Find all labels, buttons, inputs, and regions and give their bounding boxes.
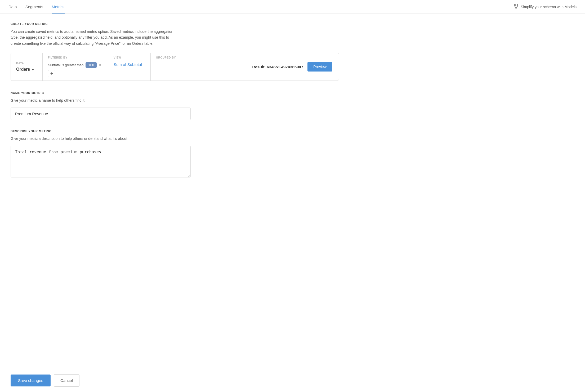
svg-rect-0: [514, 4, 516, 6]
describe-metric-description: Give your metric a description to help o…: [11, 136, 339, 141]
grouped-by-cell: GROUPED BY: [151, 53, 216, 81]
view-label: VIEW: [114, 56, 145, 59]
svg-rect-2: [515, 7, 517, 8]
filter-add-button[interactable]: +: [48, 70, 55, 77]
data-chevron-down-icon: [32, 69, 34, 70]
create-metric-title: CREATE YOUR METRIC: [11, 22, 339, 25]
models-icon: [514, 4, 519, 10]
data-cell: DATA Orders: [11, 53, 43, 81]
tab-metrics[interactable]: Metrics: [52, 0, 64, 14]
result-text: Result: 634651.4974365907: [252, 65, 303, 69]
svg-rect-1: [517, 4, 518, 6]
main-content: CREATE YOUR METRIC You can create saved …: [0, 14, 350, 217]
name-metric-title: NAME YOUR METRIC: [11, 91, 339, 95]
result-label: Result:: [252, 65, 266, 69]
view-cell: VIEW Sum of Subtotal: [108, 53, 151, 81]
grouped-by-label: GROUPED BY: [156, 56, 211, 59]
filtered-by-label: FILTERED BY: [48, 56, 103, 59]
name-metric-section: NAME YOUR METRIC Give your metric a name…: [11, 91, 339, 120]
create-metric-section: CREATE YOUR METRIC You can create saved …: [11, 22, 339, 81]
view-value[interactable]: Sum of Subtotal: [114, 62, 145, 67]
preview-button[interactable]: Preview: [307, 62, 332, 72]
filter-badge[interactable]: 100: [86, 62, 97, 68]
metric-description-textarea[interactable]: [11, 146, 191, 177]
result-value: 634651.4974365907: [267, 65, 303, 69]
metric-builder: DATA Orders FILTERED BY Subtotal is grea…: [11, 53, 339, 81]
nav-tabs: Data Segments Metrics: [8, 0, 65, 14]
filter-chip-text: Subtotal is greater than: [48, 63, 83, 67]
data-label: DATA: [16, 62, 37, 65]
filtered-by-cell: FILTERED BY Subtotal is greater than 100…: [43, 53, 108, 81]
tab-data[interactable]: Data: [8, 0, 17, 14]
name-metric-description: Give your metric a name to help others f…: [11, 98, 339, 103]
filter-remove-icon[interactable]: ×: [99, 63, 101, 67]
describe-metric-section: DESCRIBE YOUR METRIC Give your metric a …: [11, 130, 339, 178]
tab-segments[interactable]: Segments: [25, 0, 43, 14]
models-link[interactable]: Simplify your schema with Models: [514, 4, 577, 10]
describe-metric-title: DESCRIBE YOUR METRIC: [11, 130, 339, 133]
filter-chips: Subtotal is greater than 100 × +: [48, 62, 103, 77]
create-metric-description: You can create saved metrics to add a na…: [11, 29, 180, 46]
data-dropdown[interactable]: Orders: [16, 67, 37, 72]
models-link-label: Simplify your schema with Models: [521, 5, 577, 9]
nav-bar: Data Segments Metrics Simplify your sche…: [0, 0, 585, 14]
result-cell: Result: 634651.4974365907 Preview: [216, 53, 339, 81]
metric-name-input[interactable]: [11, 108, 191, 120]
data-value: Orders: [16, 67, 30, 72]
